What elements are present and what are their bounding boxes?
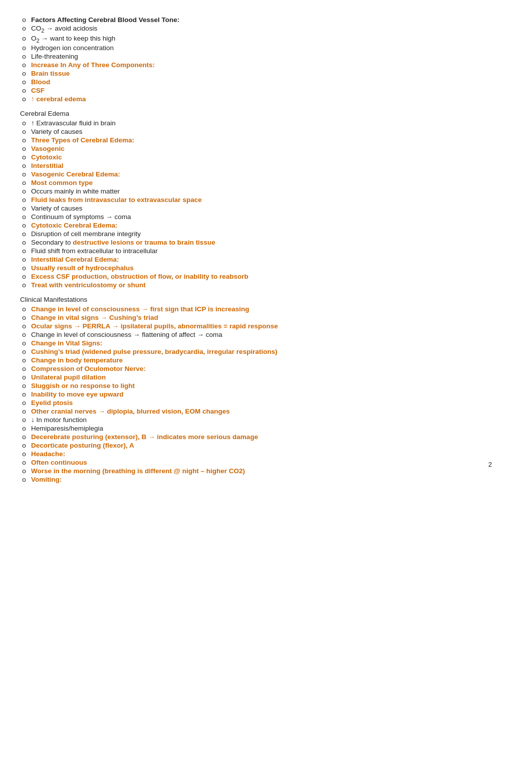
interstitial-header: o Interstitial Cerebral Edema: <box>20 256 512 263</box>
decerebrate-item: o Decerebrate posturing (extensor), B → … <box>20 433 512 441</box>
clinical-header: Clinical Manifestations <box>20 296 512 303</box>
white-matter-item: o Occurs mainly in white matter <box>20 187 512 195</box>
worse-morning-text: Worse in the morning (breathing is diffe… <box>31 467 245 475</box>
headache-title: Headache: <box>31 450 65 458</box>
excess-csf-item: o Excess CSF production, obstruction of … <box>20 273 512 280</box>
bullet-marker: o <box>20 16 28 24</box>
flattening-text: Change in level of consciousness → flatt… <box>31 331 222 338</box>
other-cranial-item: o Other cranial nerves → diplopia, blurr… <box>20 408 512 415</box>
hydrogen-item: o Hydrogen ion concentration <box>20 44 512 52</box>
body-temp-item: o Change in body temperature <box>20 356 512 364</box>
disruption-text: Disruption of cell membrane integrity <box>31 230 141 238</box>
hemiparesis-text: Hemiparesis/hemiplegia <box>31 425 103 432</box>
change-vital-title: Change in Vital Signs: <box>31 339 102 347</box>
page-number: 2 <box>488 461 492 468</box>
vasogenic-type-text: Vasogenic <box>31 145 65 152</box>
decorticate-text: Decorticate posturing (flexor), A <box>31 442 134 449</box>
csf-text: CSF <box>31 87 45 94</box>
oculomotor-title: Compression of Oculomotor Nerve: <box>31 365 146 372</box>
extravascular-item: o ↑ Extravascular fluid in brain <box>20 119 512 127</box>
vasogenic-type-item: o Vasogenic <box>20 145 512 152</box>
vomiting-item: o Vomiting: <box>20 476 512 483</box>
factors-title: Factors Affecting Cerebral Blood Vessel … <box>31 16 179 24</box>
brain-tissue-text: Brain tissue <box>31 70 70 77</box>
three-types-title: Three Types of Cerebral Edema: <box>31 136 134 144</box>
secondary-text: Secondary to destructive lesions or trau… <box>31 239 215 246</box>
ventriculostomy-text: Treat with ventriculostomy or shunt <box>31 281 146 289</box>
csf-item: o CSF <box>20 87 512 94</box>
cytotoxic-type-text: Cytotoxic <box>31 153 62 161</box>
three-types-header: o Three Types of Cerebral Edema: <box>20 136 512 144</box>
decorticate-item: o Decorticate posturing (flexor), A <box>20 442 512 449</box>
cytotoxic-type-item: o Cytotoxic <box>20 153 512 161</box>
fluid-shift-text: Fluid shift from extracellular to intrac… <box>31 247 158 255</box>
brain-tissue-item: o Brain tissue <box>20 70 512 77</box>
interstitial-type-text: Interstitial <box>31 162 64 169</box>
ocular-signs-item: o Ocular signs → PERRLA → ipsilateral pu… <box>20 322 512 330</box>
headache-header: o Headache: <box>20 450 512 458</box>
white-matter-text: Occurs mainly in white matter <box>31 187 120 195</box>
ocular-signs-text: Ocular signs → PERRLA → ipsilateral pupi… <box>31 322 278 330</box>
often-continuous-item: o Often continuous <box>20 459 512 466</box>
excess-csf-text: Excess CSF production, obstruction of fl… <box>31 273 248 280</box>
decerebrate-text: Decerebrate posturing (extensor), B → in… <box>31 433 258 441</box>
vasogenic-header: o Vasogenic Cerebral Edema: <box>20 170 512 178</box>
body-temp-text: Change in body temperature <box>31 356 123 364</box>
hydrocephalus-text: Usually result of hydrocephalus <box>31 264 134 272</box>
variety-causes2-text: Variety of causes <box>31 205 83 212</box>
o2-item: o O2 → want to keep this high <box>20 35 512 44</box>
sluggish-text: Sluggish or no response to light <box>31 382 135 389</box>
inability-move-item: o Inability to move eye upward <box>20 391 512 398</box>
cerebral-edema-up-item: o ↑ cerebral edema <box>20 95 512 103</box>
most-common-item: o Most common type <box>20 179 512 186</box>
secondary-item: o Secondary to destructive lesions or tr… <box>20 239 512 246</box>
fluid-leaks-item: o Fluid leaks from intravascular to extr… <box>20 196 512 204</box>
change-vital-header: o Change in Vital Signs: <box>20 339 512 347</box>
factors-header: o Factors Affecting Cerebral Blood Vesse… <box>20 16 512 24</box>
continuum-item: o Continuum of symptoms → coma <box>20 213 512 221</box>
sluggish-item: o Sluggish or no response to light <box>20 382 512 389</box>
hydrogen-text: Hydrogen ion concentration <box>31 44 114 52</box>
variety-causes-item: o Variety of causes <box>20 128 512 135</box>
variety-causes2-item: o Variety of causes <box>20 205 512 212</box>
unilateral-pupil-item: o Unilateral pupil dilation <box>20 373 512 381</box>
change-vital-signs-text: Change in vital signs → Cushing’s triad <box>31 314 158 321</box>
co2-item: o CO2 → avoid acidosis <box>20 25 512 34</box>
blood-text: Blood <box>31 78 50 86</box>
other-cranial-text: Other cranial nerves → diplopia, blurred… <box>31 408 230 415</box>
vomiting-text: Vomiting: <box>31 476 62 483</box>
fluid-shift-item: o Fluid shift from extracellular to intr… <box>20 247 512 255</box>
inability-move-text: Inability to move eye upward <box>31 391 124 398</box>
cytotoxic-title: Cytotoxic Cerebral Edema: <box>31 222 118 229</box>
hemiparesis-item: o Hemiparesis/hemiplegia <box>20 425 512 432</box>
life-threatening-item: o Life-threatening <box>20 53 512 60</box>
most-common-text: Most common type <box>31 179 93 186</box>
flattening-item: o Change in level of consciousness → fla… <box>20 331 512 338</box>
fluid-leaks-text: Fluid leaks from intravascular to extrav… <box>31 196 202 204</box>
cerebral-edema-up-text: ↑ cerebral edema <box>31 95 86 103</box>
cytotoxic-header: o Cytotoxic Cerebral Edema: <box>20 222 512 229</box>
cushings-triad-item: o Cushing’s triad (widened pulse pressur… <box>20 348 512 355</box>
blood-item: o Blood <box>20 78 512 86</box>
ventriculostomy-item: o Treat with ventriculostomy or shunt <box>20 281 512 289</box>
change-consciousness-item: o Change in level of consciousness → fir… <box>20 305 512 313</box>
cerebral-edema-header: Cerebral Edema <box>20 110 512 117</box>
unilateral-pupil-text: Unilateral pupil dilation <box>31 373 106 381</box>
variety-causes-text: Variety of causes <box>31 128 83 135</box>
motor-function-text: ↓ In motor function <box>31 416 87 424</box>
oculomotor-header: o Compression of Oculomotor Nerve: <box>20 365 512 372</box>
change-consciousness-text: Change in level of consciousness → first… <box>31 305 249 313</box>
disruption-item: o Disruption of cell membrane integrity <box>20 230 512 238</box>
change-vital-signs-item: o Change in vital signs → Cushing’s tria… <box>20 314 512 321</box>
motor-function-item: o ↓ In motor function <box>20 416 512 424</box>
increase-header: o Increase In Any of Three Components: <box>20 61 512 69</box>
cushings-triad-text: Cushing’s triad (widened pulse pressure,… <box>31 348 278 355</box>
vasogenic-title: Vasogenic Cerebral Edema: <box>31 170 120 178</box>
interstitial-type-item: o Interstitial <box>20 162 512 169</box>
life-threatening-text: Life-threatening <box>31 53 78 60</box>
increase-title: Increase In Any of Three Components: <box>31 61 155 69</box>
interstitial-title: Interstitial Cerebral Edema: <box>31 256 119 263</box>
continuum-text: Continuum of symptoms → coma <box>31 213 131 221</box>
often-continuous-text: Often continuous <box>31 459 87 466</box>
extravascular-text: ↑ Extravascular fluid in brain <box>31 119 116 127</box>
